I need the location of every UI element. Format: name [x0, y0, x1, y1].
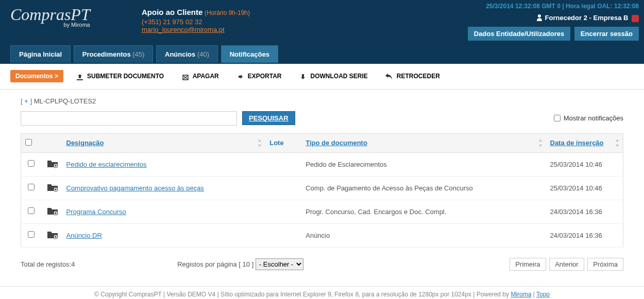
sort-icon: [615, 139, 620, 147]
doc-link[interactable]: Programa Concurso: [66, 208, 126, 216]
table-row: Pedido de esclarecimentosPedido de Escla…: [21, 152, 623, 176]
header-icon: [42, 133, 62, 152]
download-series-button[interactable]: DOWNLOAD SERIE: [294, 70, 373, 83]
cell-lote: [265, 200, 301, 223]
per-page-control: Registos por página [ 10 ] - Escolher -: [177, 258, 303, 270]
select-all-checkbox[interactable]: [25, 139, 32, 146]
show-notifications-label: Mostrar notificações: [564, 114, 623, 122]
folder-add-icon[interactable]: [47, 230, 57, 238]
export-button[interactable]: EXPORTAR: [231, 70, 286, 83]
logout-button[interactable]: Encerrar sessão: [574, 27, 639, 41]
table-row: Anúncio DRAnúncio24/03/2014 16:36: [21, 223, 623, 247]
cell-data: 24/03/2014 16:36: [546, 223, 623, 247]
show-notifications-checkbox[interactable]: [554, 115, 561, 121]
cell-data: 24/03/2014 16:36: [546, 200, 623, 223]
row-checkbox[interactable]: [28, 231, 35, 238]
user-info: Fornecedor 2 - Empresa B: [466, 14, 639, 23]
support-title: Apoio ao Cliente: [142, 8, 202, 16]
cell-tipo: Anúncio: [301, 223, 546, 247]
support-email[interactable]: mario_lourenco@miroma.pt: [142, 26, 250, 33]
retroceder-button[interactable]: RETROCEDER: [380, 70, 445, 83]
row-checkbox[interactable]: [28, 160, 35, 167]
cell-tipo: Progr. Concurso, Cad. Encargos e Doc. Co…: [301, 200, 546, 223]
page-next-button[interactable]: Próxima: [587, 258, 623, 271]
support-phone: (+351) 21 975 02 32: [142, 18, 250, 26]
user-name: Fornecedor 2 - Empresa B: [545, 14, 629, 22]
header-data[interactable]: Data de inserção: [546, 133, 623, 152]
logo-area: ComprasPT by Miroma: [10, 5, 90, 28]
header-lote: Lote: [265, 133, 301, 152]
alert-icon[interactable]: [632, 15, 639, 22]
table-row: Programa ConcursoProgr. Concurso, Cad. E…: [21, 200, 623, 223]
cell-tipo: Comp. de Pagamento de Acesso às Peças de…: [301, 176, 546, 200]
folder-add-icon[interactable]: [47, 206, 57, 215]
breadcrumb-expand[interactable]: [ + ]: [21, 97, 32, 105]
tab-procs-count: (45): [132, 50, 144, 58]
tab-procs-label: Procedimentos: [82, 50, 131, 58]
row-checkbox[interactable]: [28, 207, 35, 214]
cell-data: 25/03/2014 10:46: [546, 152, 623, 176]
folder-add-icon[interactable]: [47, 159, 57, 167]
sort-icon: [538, 139, 543, 147]
tab-procedimentos[interactable]: Procedimentos (45): [74, 45, 154, 63]
folder-add-icon[interactable]: [47, 183, 57, 191]
per-page-select[interactable]: - Escolher -: [256, 258, 303, 270]
breadcrumb-path: ML-CPLPQ-LOTES2: [34, 97, 96, 105]
cell-lote: [265, 223, 301, 247]
doc-link[interactable]: Comprovativo pagamamento acesso às peças: [66, 184, 204, 192]
total-records: Total de registos:4: [21, 260, 75, 268]
page-first-button[interactable]: Primeira: [510, 258, 546, 271]
tab-anuncios-label: Anúncios: [165, 50, 195, 58]
breadcrumb: [ + ] ML-CPLPQ-LOTES2: [21, 97, 623, 105]
header-designacao[interactable]: Designação: [62, 133, 266, 152]
toolbar: Documentos > SUBMETER DOCUMENTO APAGAR E…: [0, 64, 644, 90]
tab-notificacoes[interactable]: Notificações: [221, 45, 278, 63]
table-row: Comprovativo pagamamento acesso às peças…: [21, 176, 623, 200]
documentos-button[interactable]: Documentos >: [10, 70, 63, 82]
support-area: Apoio ao Cliente (Horário 9h-19h) (+351)…: [142, 8, 250, 33]
export-icon: [236, 73, 244, 80]
search-input[interactable]: [21, 111, 237, 126]
sort-icon: [257, 139, 262, 147]
header-datetime: 25/3/2014 12:32:08 GMT 0 | Hora legal OA…: [466, 3, 639, 10]
doc-link[interactable]: Pedido de esclarecimentos: [66, 161, 147, 168]
cell-lote: [265, 152, 301, 176]
row-checkbox[interactable]: [28, 184, 35, 190]
svg-point-0: [538, 14, 541, 17]
back-icon: [385, 73, 393, 80]
user-icon: [536, 14, 543, 23]
documents-table: Designação Lote Tipo de documento Data d…: [21, 133, 623, 248]
entity-users-button[interactable]: Dados Entidade/Utilizadores: [468, 27, 571, 41]
footer: © Copyright ComprasPT | Versão DEMO V4 |…: [0, 286, 644, 299]
download-icon: [299, 73, 307, 80]
header-checkbox: [21, 133, 42, 152]
submit-document-button[interactable]: SUBMETER DOCUMENTO: [71, 70, 169, 83]
page-prev-button[interactable]: Anterior: [549, 258, 584, 271]
cell-data: 25/03/2014 10:46: [546, 176, 623, 200]
cell-lote: [265, 176, 301, 200]
search-button[interactable]: PESQUISAR: [242, 111, 295, 125]
delete-button[interactable]: APAGAR: [176, 70, 224, 83]
header-tipo[interactable]: Tipo de documento: [301, 133, 546, 152]
upload-icon: [76, 73, 84, 80]
delete-icon: [181, 73, 190, 80]
topo-link[interactable]: Topo: [536, 291, 550, 298]
tab-anuncios-count: (40): [197, 50, 209, 58]
tab-home[interactable]: Página Inicial: [10, 45, 71, 63]
support-hours: (Horário 9h-19h): [205, 9, 250, 16]
doc-link[interactable]: Anúncio DR: [66, 232, 102, 239]
miroma-link[interactable]: Miroma: [511, 291, 531, 298]
nav-bar: Página Inicial Procedimentos (45) Anúnci…: [0, 45, 644, 64]
cell-tipo: Pedido de Esclarecimentos: [301, 152, 546, 176]
tab-anuncios[interactable]: Anúncios (40): [156, 45, 218, 63]
